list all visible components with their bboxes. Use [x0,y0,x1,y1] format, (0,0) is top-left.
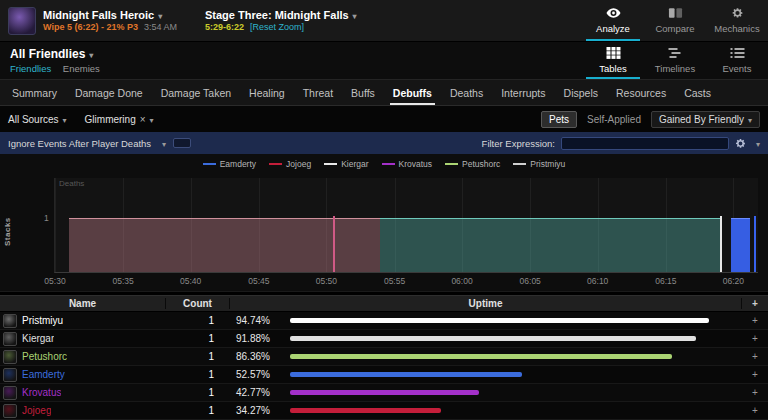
deaths-series-label: Deaths [59,179,84,188]
tab-interrupts[interactable]: Interrupts [492,80,554,105]
grid-icon [606,47,621,61]
ability-icon [3,350,17,364]
enemies-link[interactable]: Enemies [63,63,100,74]
x-axis-tick: 06:05 [520,276,541,286]
event-marker [720,216,722,272]
settings-gear-icon[interactable] [735,138,746,149]
tab-casts[interactable]: Casts [675,80,720,105]
x-axis-tick: 06:15 [655,276,676,286]
pets-toggle[interactable]: Pets [541,111,577,128]
player-name[interactable]: Eamderty [22,369,65,380]
table-row: Petushorc186.36%+ [0,348,768,366]
tab-summary[interactable]: Summary [3,80,66,105]
app-root: Midnight Falls Heroic Wipe 5 (6:22) - 21… [0,0,768,420]
player-name[interactable]: Jojoeg [22,405,51,416]
ability-filter-dropdown[interactable]: Glimmering [85,114,154,125]
source-filter-dropdown[interactable]: All Sources [8,114,67,125]
legend-item-petushorc: Petushorc [445,159,500,169]
table-row: Eamderty152.57%+ [0,366,768,384]
stack-band-final [731,218,750,272]
tab-healing[interactable]: Healing [240,80,294,105]
expand-row-button[interactable]: + [742,315,768,326]
nav-item-analyze[interactable]: Analyze [582,0,644,41]
remove-filter-icon[interactable] [136,114,146,125]
nav-item-tables[interactable]: Tables [582,42,644,79]
tab-deaths[interactable]: Deaths [441,80,492,105]
self-applied-toggle[interactable]: Self-Applied [587,114,641,125]
ability-icon [3,314,17,328]
ignore-deaths-toggle[interactable] [173,138,191,148]
player-name[interactable]: Krovatus [22,387,61,398]
tab-debuffs[interactable]: Debuffs [384,80,441,105]
chevron-down-icon [744,114,752,125]
column-header-uptime[interactable]: Uptime [230,298,742,309]
tab-resources[interactable]: Resources [607,80,675,105]
legend-item-kiergar: Kiergar [324,159,368,169]
tab-threat[interactable]: Threat [294,80,342,105]
legend-color-swatch [324,163,337,165]
player-name[interactable]: Petushorc [22,351,67,362]
tab-buffs[interactable]: Buffs [342,80,384,105]
chevron-down-icon[interactable] [752,138,760,149]
fight-timestamp: 3:54 AM [144,22,177,32]
player-name-cell: Eamderty [0,368,166,382]
filter-expression-input[interactable] [561,137,729,150]
group-title[interactable]: All Friendlies [10,47,85,61]
expand-row-button[interactable]: + [742,369,768,380]
expand-row-button[interactable]: + [742,351,768,362]
expand-row-button[interactable]: + [742,333,768,344]
x-axis-tick: 05:45 [248,276,269,286]
reset-zoom-link[interactable]: [Reset Zoom] [250,22,304,32]
filter-expression-label: Filter Expression: [482,138,555,149]
column-header-count[interactable]: Count [166,298,230,309]
nav-item-mechanics[interactable]: Mechanics [706,0,768,41]
ability-icon [3,332,17,346]
group-block: All Friendlies Friendlies Enemies [10,47,100,74]
chevron-down-icon [59,114,67,125]
legend-label: Eamderty [220,159,256,169]
filter-bar: All Sources Glimmering Pets Self-Applied… [0,106,768,132]
nav-item-timelines[interactable]: Timelines [644,42,706,79]
ability-icon [3,404,17,418]
legend-label: Krovatus [399,159,433,169]
debuff-uptime-chart: EamdertyJojoegKiergarKrovatusPetushorcPr… [0,154,768,292]
chevron-down-icon [154,9,162,21]
top-nav: AnalyzeCompareMechanics [582,0,768,41]
tab-damage-taken[interactable]: Damage Taken [152,80,240,105]
ability-icon [3,368,17,382]
legend-label: Petushorc [462,159,500,169]
expand-row-button[interactable]: + [742,387,768,398]
legend-item-pristmiyu: Pristmiyu [513,159,565,169]
stack-band-late [380,218,720,272]
x-axis-tick: 05:35 [113,276,134,286]
tab-damage-done[interactable]: Damage Done [66,80,152,105]
stage-block: Stage Three: Midnight Falls 5:29-6:22[Re… [205,9,357,32]
uptime-cell: 86.36% [230,351,742,362]
uptime-bar-track [290,318,732,323]
nav-item-compare[interactable]: Compare [644,0,706,41]
nav-item-events[interactable]: Events [706,42,768,79]
tab-dispels[interactable]: Dispels [555,80,607,105]
stage-title[interactable]: Stage Three: Midnight Falls [205,9,349,21]
ability-icon [3,386,17,400]
nav-item-label: Events [722,63,751,74]
fight-title[interactable]: Midnight Falls Heroic [43,9,154,21]
view-nav: TablesTimelinesEvents [582,42,768,79]
count-cell: 1 [166,351,230,362]
expand-row-button[interactable]: + [742,405,768,416]
legend-color-swatch [382,163,395,165]
player-name[interactable]: Kiergar [22,333,54,344]
legend-label: Kiergar [341,159,368,169]
uptime-bar [290,336,696,341]
top-header: Midnight Falls Heroic Wipe 5 (6:22) - 21… [0,0,768,42]
column-header-expand[interactable]: + [742,298,768,309]
legend-label: Jojoeg [286,159,311,169]
player-name[interactable]: Pristmiyu [22,315,63,326]
uptime-percent: 52.57% [230,369,288,380]
player-name-cell: Petushorc [0,350,166,364]
gained-by-dropdown[interactable]: Gained By Friendly [651,111,760,128]
friendlies-link[interactable]: Friendlies [10,63,51,74]
column-header-name[interactable]: Name [0,298,166,309]
wipe-info[interactable]: Wipe 5 (6:22) - 21% P3 [43,22,138,32]
ignore-deaths-dropdown[interactable]: Ignore Events After Player Deaths [8,138,191,149]
